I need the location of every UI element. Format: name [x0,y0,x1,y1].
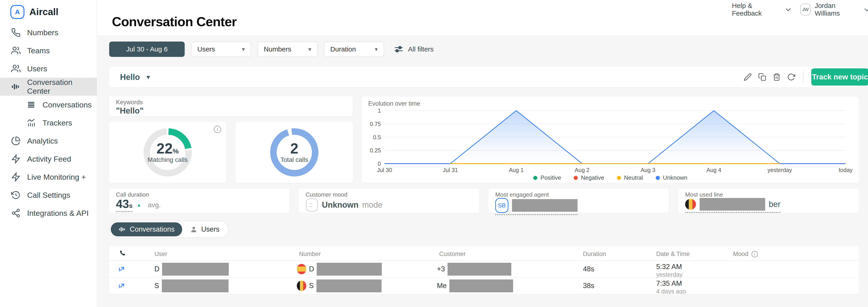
person-icon [190,226,197,233]
customer-mood-label: Customer mood [306,191,347,198]
sidebar-item-live-monitoring[interactable]: Live Monitoring + [0,168,97,186]
sidebar-item-conversations[interactable]: Conversations [0,96,97,114]
sidebar-item-users[interactable]: Users [0,60,97,78]
topic-selector[interactable]: Hello ▼ [120,72,151,82]
sidebar-item-label: Analytics [27,137,58,145]
integrations-icon [11,208,21,218]
user-name-prefix: D [154,265,159,273]
aircall-logo[interactable]: A Aircall [10,5,58,19]
legend-item-unknown[interactable]: Unknown [656,174,687,181]
call-duration-suffix: avg. [148,201,161,209]
most-engaged-agent-card: Most engaged agent SB [489,189,669,213]
topic-name: Hello [120,72,140,82]
edit-topic-button[interactable] [743,73,752,81]
sidebar-item-label: Conversation Center [27,78,97,96]
legend-item-neutral[interactable]: Neutral [617,174,643,181]
sidebar-item-activity-feed[interactable]: Activity Feed [0,150,97,168]
conversations-table: User Number Customer Duration Date & Tim… [109,246,859,294]
matching-calls-value: 22 [157,140,173,157]
most-engaged-agent-label: Most engaged agent [495,191,549,198]
tab-users[interactable]: Users [182,223,227,236]
delete-topic-button[interactable] [772,73,781,81]
topbar-right: Help & Feedback JW Jordan Williams [732,3,868,16]
sidebar-item-conversation-center[interactable]: Conversation Center [0,78,97,96]
redacted-customer [447,263,511,276]
agent-avatar: SB [495,198,508,213]
duration-value: 48s [583,265,594,273]
pie-icon [11,136,21,146]
redacted-user [162,263,229,276]
table-row[interactable]: D D +3 48s 5:32 AMyesterday [109,261,859,277]
evolution-chart-card: Evolution over time 00.250.50.751Jul 30J… [362,97,859,183]
sidebar-item-label: Integrations & API [27,209,89,217]
call-time: 5:32 AM [656,263,683,271]
user-profile-menu[interactable]: JW Jordan Williams [800,2,868,17]
bolt-icon [11,154,21,164]
sidebar-item-label: Conversations [42,100,92,109]
table-row[interactable]: S S Me 38s 7:35 AM4 days ago [109,277,859,294]
tab-conversations[interactable]: Conversations [111,223,182,236]
sidebar-item-label: Numbers [27,28,58,37]
refresh-topic-button[interactable] [787,73,796,81]
sidebar-item-trackers[interactable]: Trackers [0,114,97,132]
results-tabs: Conversations Users [109,221,229,238]
chevron-down-icon [786,6,791,11]
aircall-logo-icon: A [10,5,24,19]
most-used-line-label: Most used line [685,191,723,198]
total-calls-card: 2 Total calls [236,122,353,183]
svg-text:Jul 31: Jul 31 [443,167,458,173]
sidebar-item-teams[interactable]: Teams [0,41,97,60]
info-icon[interactable]: i [214,126,221,133]
matching-calls-donut: 22% Matching calls [143,128,193,177]
help-feedback-menu[interactable]: Help & Feedback [732,2,789,17]
sidebar-nav: NumbersTeamsUsersConversation CenterConv… [0,24,97,222]
duration-filter[interactable]: Duration ▾ [324,41,384,57]
svg-text:0.75: 0.75 [370,121,381,127]
date-range-filter[interactable]: Jul 30 - Aug 6 [109,41,185,57]
all-filters-label: All filters [408,45,434,53]
sidebar-item-analytics[interactable]: Analytics [0,132,97,150]
svg-text:Aug 2: Aug 2 [575,167,590,173]
bolt-icon [11,172,21,182]
refresh-icon [787,73,795,81]
sidebar-item-numbers[interactable]: Numbers [0,24,97,41]
call-time: 7:35 AM [656,279,686,287]
topic-actions: Track new topic [743,67,868,88]
sidebar-item-integrations-api[interactable]: Integrations & API [0,204,97,222]
info-icon[interactable]: i [752,251,758,257]
sidebar-item-label: Live Monitoring + [27,173,86,181]
col-customer: Customer [439,250,466,258]
customer-mood-value: Unknown [322,200,359,210]
all-filters-button[interactable]: All filters [394,44,434,54]
legend-dot-icon [574,176,578,180]
user-name: Jordan Williams [815,2,860,17]
neutral-face-icon [306,198,318,212]
history-icon [11,190,21,200]
chevron-down-icon [864,6,868,11]
track-new-topic-button[interactable]: Track new topic [811,68,868,86]
customer-mood-suffix: mode [362,200,382,210]
user-name-prefix: S [154,282,159,290]
call-time-ago: 4 days ago [656,288,686,294]
legend-item-negative[interactable]: Negative [574,174,604,181]
sidebar-item-call-settings[interactable]: Call Settings [0,186,97,204]
copy-icon [758,73,766,81]
sidebar-item-label: Activity Feed [27,155,71,164]
list-icon [26,100,36,110]
duplicate-topic-button[interactable] [758,73,767,81]
users-filter[interactable]: Users ▾ [191,41,251,57]
waveform-icon [119,226,126,233]
sidebar: A Aircall NumbersTeamsUsersConversation … [0,0,97,307]
legend-dot-icon [617,176,621,180]
legend-item-positive[interactable]: Positive [533,174,561,181]
belgium-flag-icon [685,199,696,210]
call-duration-unit: s [129,202,133,209]
redacted-agent-name [512,199,578,212]
phone-icon [119,250,126,257]
help-feedback-label: Help & Feedback [732,2,782,17]
numbers-filter[interactable]: Numbers ▾ [257,41,318,57]
svg-text:0.25: 0.25 [370,147,381,154]
waveform-icon [11,82,21,92]
duration-value: 38s [583,282,594,290]
conversation-center-page: A Aircall NumbersTeamsUsersConversation … [0,0,868,307]
